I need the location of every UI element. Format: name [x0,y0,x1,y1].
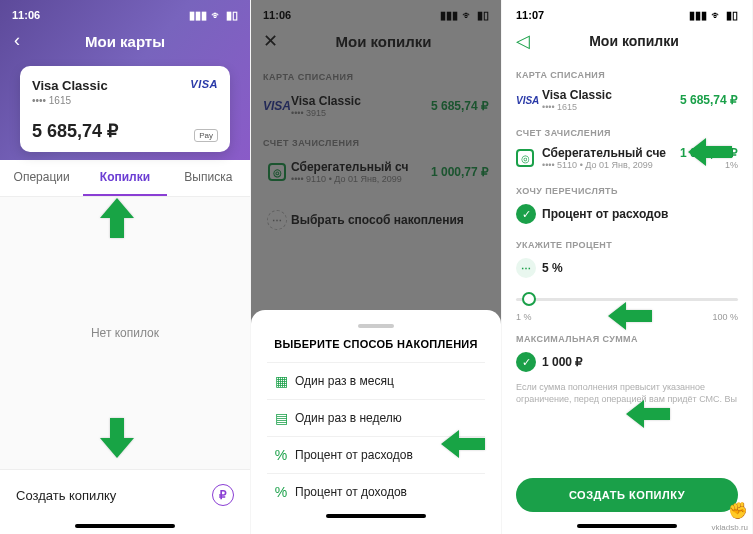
percent-value: 5 % [542,261,563,275]
account-balance: 1 000,77 ₽ [680,146,738,160]
status-bar: 11:06 ▮▮▮ ᯤ ▮▯ [12,6,238,24]
method-label: Процент от расходов [542,207,668,221]
tabs: Операции Копилки Выписка [0,160,250,197]
method-row[interactable]: ✓ Процент от расходов [516,200,738,228]
watermark: vkladsb.ru [712,523,748,532]
signal-icon: ▮▮▮ [189,9,207,22]
card-balance: 5 685,74 ₽ [680,93,738,107]
visa-logo-icon: VISA [190,78,218,90]
card-mask: •••• 1615 [542,102,680,112]
slider-min: 1 % [516,312,532,322]
screen-create-piggy: 11:07 ▮▮▮ ᯤ ▮▯ ◁ Мои копилки КАРТА СПИСА… [502,0,752,534]
section-account-to: СЧЕТ ЗАЧИСЛЕНИЯ [516,128,738,138]
slider-thumb-icon[interactable] [522,292,536,306]
nav-bar: ◁ Мои копилки [516,24,738,58]
to-account-row[interactable]: ◎ Сберегательный сче •••• 5110 • До 01 Я… [516,142,738,174]
option-percent-income[interactable]: % Процент от доходов [267,473,485,510]
page-title: Мои копилки [530,33,738,49]
section-percent: УКАЖИТЕ ПРОЦЕНТ [516,240,738,250]
header-gradient: 11:06 ▮▮▮ ᯤ ▮▯ ‹ Мои карты Visa Classic … [0,0,250,160]
from-card-row[interactable]: VISA Visa Classic •••• 1615 5 685,74 ₽ [516,84,738,116]
section-method: ХОЧУ ПЕРЕЧИСЛЯТЬ [516,186,738,196]
battery-icon: ▮▯ [226,9,238,22]
sheet-title: ВЫБЕРИТЕ СПОСОБ НАКОПЛЕНИЯ [267,338,485,350]
percent-row[interactable]: ⋯ 5 % [516,254,738,282]
status-time: 11:06 [12,9,40,21]
signal-icon: ▮▮▮ [689,9,707,22]
hint-text: Если сумма пополнения превысит указанное… [516,382,738,405]
wifi-icon: ᯤ [211,9,222,21]
tab-statement[interactable]: Выписка [167,160,250,196]
nav-bar: ‹ Мои карты [12,24,238,58]
ruble-icon[interactable]: ₽ [212,484,234,506]
account-sub: •••• 5110 • До 01 Янв, 2099 [542,160,680,170]
slider-track [516,298,738,301]
home-indicator [577,524,677,528]
status-bar: 11:07 ▮▮▮ ᯤ ▮▯ [516,6,738,24]
empty-text: Нет копилок [91,326,159,340]
dots-icon: ⋯ [516,258,536,278]
max-amount-row[interactable]: ✓ 1 000 ₽ [516,348,738,376]
status-icons: ▮▮▮ ᯤ ▮▯ [689,9,738,22]
bottom-sheet: ВЫБЕРИТЕ СПОСОБ НАКОПЛЕНИЯ ▦ Один раз в … [251,310,501,534]
empty-state: Нет копилок [0,197,250,469]
tab-operations[interactable]: Операции [0,160,83,196]
sheet-handle-icon[interactable] [358,324,394,328]
apple-pay-icon[interactable]: Pay [194,129,218,142]
card-name: Visa Classic [542,88,680,102]
slider-max: 100 % [712,312,738,322]
option-monthly[interactable]: ▦ Один раз в месяц [267,362,485,399]
account-rate: 1% [680,160,738,170]
create-piggy-button[interactable]: Создать копилку [16,488,116,503]
tab-piggybanks[interactable]: Копилки [83,160,166,196]
option-percent-expenses[interactable]: % Процент от расходов [267,436,485,473]
screen-my-cards: 11:06 ▮▮▮ ᯤ ▮▯ ‹ Мои карты Visa Classic … [0,0,250,534]
home-indicator [326,514,426,518]
card-balance: 5 685,74 ₽ [32,120,218,142]
footer-create[interactable]: Создать копилку ₽ [0,469,250,520]
percent-icon: % [267,484,295,500]
check-icon: ✓ [516,352,536,372]
calendar-week-icon: ▤ [267,410,295,426]
account-name: Сберегательный сче [542,146,680,160]
max-amount-value: 1 000 ₽ [542,355,583,369]
back-icon[interactable]: ‹ [14,30,20,51]
card-visa-classic[interactable]: Visa Classic VISA •••• 1615 5 685,74 ₽ P… [20,66,230,152]
screen-choose-method: 11:06 ▮▮▮ ᯤ ▮▯ ✕ Мои копилки КАРТА СПИСА… [251,0,501,534]
check-icon: ✓ [516,204,536,224]
percent-slider[interactable] [516,288,738,312]
section-card-from: КАРТА СПИСАНИЯ [516,70,738,80]
page-title: Мои карты [12,33,238,50]
section-max: МАКСИМАЛЬНАЯ СУММА [516,334,738,344]
create-piggy-button[interactable]: СОЗДАТЬ КОПИЛКУ [516,478,738,512]
slider-labels: 1 % 100 % [516,312,738,322]
status-time: 11:07 [516,9,544,21]
status-icons: ▮▮▮ ᯤ ▮▯ [189,9,238,22]
watermark-fist-icon: ✊ [728,501,748,520]
back-icon[interactable]: ◁ [516,30,530,52]
percent-icon: % [267,447,295,463]
battery-icon: ▮▯ [726,9,738,22]
option-weekly[interactable]: ▤ Один раз в неделю [267,399,485,436]
visa-logo-icon: VISA [516,95,542,106]
home-indicator [75,524,175,528]
card-mask: •••• 1615 [32,95,218,106]
savings-icon: ◎ [516,149,534,167]
calendar-month-icon: ▦ [267,373,295,389]
wifi-icon: ᯤ [711,9,722,21]
